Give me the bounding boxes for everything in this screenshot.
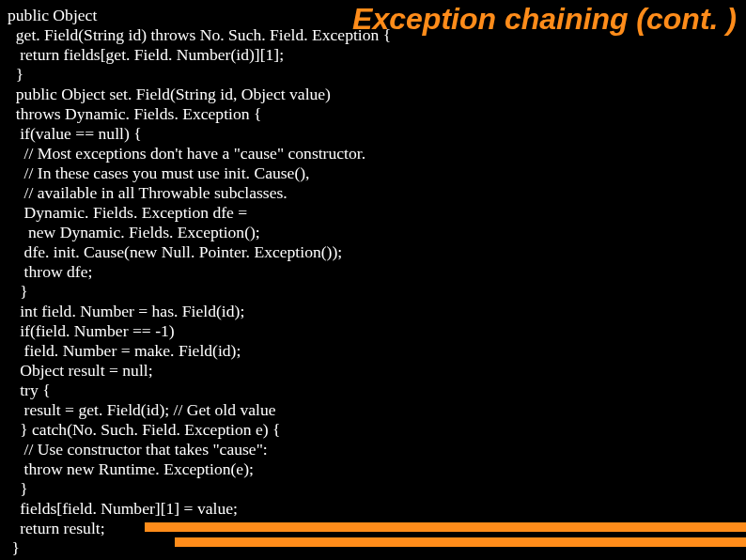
- footer-bars: [145, 522, 746, 547]
- decor-bar-bottom: [175, 537, 746, 547]
- code-block: public Object get. Field(String id) thro…: [8, 6, 391, 558]
- decor-bar-top: [145, 522, 746, 532]
- slide: Exception chaining (cont. ) public Objec…: [0, 0, 746, 560]
- slide-title: Exception chaining (cont. ): [352, 2, 737, 37]
